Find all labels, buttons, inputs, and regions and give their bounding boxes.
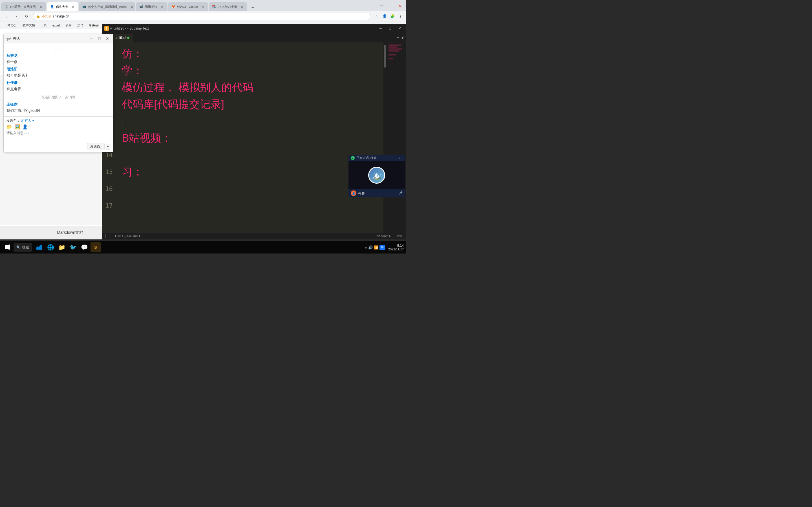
- tray-volume-icon[interactable]: 📶: [374, 245, 378, 249]
- chat-minimize-button[interactable]: ─: [89, 36, 94, 41]
- tab-favicon-tencent: 📹: [139, 5, 143, 9]
- forward-button[interactable]: ›: [12, 12, 20, 20]
- tab-close-tencent[interactable]: ✕: [160, 5, 164, 9]
- tab-close-oa[interactable]: ✕: [39, 5, 43, 9]
- vertical-scrollbar[interactable]: [384, 42, 386, 233]
- lock-label: 不安全: [42, 14, 51, 18]
- chat-send-button[interactable]: 发送(S): [87, 143, 105, 150]
- bookmark-project[interactable]: 项目: [63, 22, 74, 28]
- tencent-mic2-icon[interactable]: 🎤: [398, 191, 403, 195]
- nav-markdown[interactable]: Markdown文档: [51, 229, 89, 236]
- tab-bili[interactable]: 📺 的个人空间_哔哩哔哩_Bilibili ✕: [79, 2, 135, 11]
- tab-tencent[interactable]: 📹 腾讯会议 ✕: [136, 2, 167, 11]
- bookmark-github[interactable]: GitHub: [87, 23, 101, 27]
- code-area[interactable]: 仿： 学： 模仿过程， 模拟别人的代码 代码库[代码提交记录] B站视频： 习：: [116, 42, 384, 233]
- sublime-tab-untitled[interactable]: untitled: [111, 34, 134, 42]
- chat-msg-3: 有点电音: [6, 87, 110, 92]
- chat-content: · · · · 马乘龙 有一点 段浩阳 那可能是我卡 孙佳豪 有点电音 段浩阳撤…: [4, 43, 113, 116]
- tencent-meeting-top: 🎤 正在讲话: 稀客; ‹ ›: [349, 155, 405, 161]
- status-tab-size[interactable]: Tab Size: 4: [375, 234, 390, 238]
- tab-close-gitlab[interactable]: ✕: [201, 5, 205, 9]
- tab-close-2214[interactable]: ✕: [240, 5, 244, 9]
- tencent-speaking-text: 正在讲话: 稀客;: [356, 156, 377, 160]
- bookmark-tools[interactable]: 工具: [38, 22, 49, 28]
- taskbar-app-wechat[interactable]: 💬: [79, 242, 89, 252]
- tab-oa[interactable]: 🏢 OA系统 - 在线签到 ✕: [1, 2, 46, 11]
- taskbar-search-box[interactable]: 🔍 搜索: [13, 243, 32, 252]
- code-line-15: 习：: [122, 163, 378, 180]
- browser-menu-icon[interactable]: ⋮: [397, 13, 404, 20]
- sublime-statusbar: Line 12, Column 1 Tab Size: 4 Java: [102, 233, 406, 239]
- chat-close-button[interactable]: ✕: [105, 36, 110, 41]
- sublime-new-tab-button[interactable]: ＋: [396, 35, 400, 41]
- chat-name-malonglong: 马乘龙: [6, 53, 110, 58]
- taskbar-pinned-apps: 🌐 📁 🐦 💬 S: [34, 242, 101, 252]
- tab-xike[interactable]: 👤 稀客大大 ✕: [47, 2, 79, 11]
- chat-input-field[interactable]: [6, 131, 110, 141]
- sublime-tab-list-button[interactable]: ▾: [402, 35, 404, 40]
- maximize-button[interactable]: □: [387, 2, 395, 10]
- windows-logo-icon: [4, 244, 11, 251]
- close-button[interactable]: ✕: [396, 2, 404, 10]
- sublime-close-button[interactable]: ✕: [396, 25, 404, 31]
- chat-name-duanhaoyang: 段浩阳: [6, 67, 110, 72]
- extensions-icon[interactable]: 🧩: [389, 13, 396, 20]
- taskbar-app-sublime[interactable]: S: [91, 242, 101, 252]
- refresh-button[interactable]: ↻: [22, 12, 31, 20]
- tab-bar: 🏢 OA系统 - 在线签到 ✕ 👤 稀客大大 ✕ 📺 的个人空间_哔哩哔哩_Bi…: [0, 0, 375, 11]
- chat-file-button[interactable]: 📁: [6, 124, 12, 129]
- tab-2214[interactable]: 📚 2214学习小组 ✕: [209, 2, 247, 11]
- bookmark-heima[interactable]: 黑马: [75, 22, 86, 28]
- tencent-control-icons: 🎤: [398, 191, 403, 195]
- tab-close-bili[interactable]: ✕: [130, 5, 134, 9]
- chat-send-target[interactable]: 所有人: [21, 118, 31, 123]
- taskbar-app-chrome[interactable]: 🌐: [45, 242, 56, 252]
- chat-maximize-button[interactable]: □: [97, 36, 102, 41]
- taskbar-app-feishu[interactable]: 🐦: [68, 242, 78, 252]
- tab-label-xike: 稀客大大: [56, 5, 68, 9]
- sublime-menu-icon[interactable]: ≡: [110, 26, 112, 31]
- tray-network-icon[interactable]: 🔊: [368, 245, 373, 249]
- chat-msg-2: 那可能是我卡: [6, 73, 110, 78]
- bookmark-icon[interactable]: ☆: [373, 13, 380, 20]
- tencent-nav-right[interactable]: ›: [402, 156, 403, 160]
- status-language[interactable]: Java: [396, 234, 403, 238]
- bookmark-jiaoxue[interactable]: 教学文档: [20, 22, 37, 28]
- tray-expand-icon[interactable]: ∧: [365, 245, 367, 249]
- sublime-app-icon: S: [104, 26, 109, 31]
- chat-image-button[interactable]: 🖼️: [14, 124, 20, 129]
- minimize-button[interactable]: ─: [378, 2, 386, 10]
- bookmark-excel[interactable]: excel: [50, 23, 62, 27]
- lock-icon: 🔒: [36, 14, 40, 18]
- profile-icon[interactable]: 👤: [381, 13, 388, 20]
- tencent-mic-icon[interactable]: 🎤: [351, 156, 355, 160]
- chat-send-target-dropdown[interactable]: ▾: [33, 119, 34, 122]
- minimap[interactable]: [386, 42, 406, 233]
- text-cursor: [122, 115, 122, 127]
- tencent-nav-left[interactable]: ‹: [399, 156, 400, 160]
- bookmark-qianfeng[interactable]: 千峰办公: [2, 22, 19, 28]
- line-num-16: 16: [102, 180, 116, 197]
- start-button[interactable]: [2, 242, 12, 252]
- tab-close-xike[interactable]: ✕: [71, 5, 75, 9]
- sublime-tab-actions: ＋ ▾: [134, 35, 404, 42]
- taskbar-app-explorer[interactable]: 📁: [57, 242, 67, 252]
- scrollbar-thumb[interactable]: [384, 45, 386, 68]
- tab-gitlab[interactable]: 🦊 仪表板 · GitLab ✕: [168, 2, 208, 11]
- chat-user-button[interactable]: 👤: [22, 124, 28, 129]
- chat-window: 💬 聊天 ─ □ ✕ · · · · 马乘龙 有一点 段浩阳 那可能是我卡 孙佳…: [3, 34, 113, 152]
- address-bar-row: ‹ › ↻ 🔒 不安全 i.heyige.cn ☆ 👤 🧩 ⋮: [0, 11, 406, 21]
- address-bar[interactable]: 🔒 不安全 i.heyige.cn: [33, 13, 371, 20]
- sublime-minimize-button[interactable]: ─: [377, 25, 385, 31]
- new-tab-button[interactable]: ＋: [249, 3, 257, 11]
- status-line-col[interactable]: Line 12, Column 1: [115, 234, 140, 238]
- taskbar-clock[interactable]: 9:14 2022/11/17: [388, 244, 404, 251]
- chat-input-area: 发送至： 所有人 ▾ 📁 🖼️ 👤 发送(S) ▾: [4, 116, 113, 152]
- taskbar-app-vscode[interactable]: [34, 242, 44, 252]
- tab-favicon-xike: 👤: [50, 5, 54, 9]
- chat-send-dropdown-button[interactable]: ▾: [106, 144, 110, 150]
- chat-system-recall: 段浩阳撤回了一条消息: [6, 95, 110, 100]
- back-button[interactable]: ‹: [2, 12, 10, 20]
- sublime-maximize-button[interactable]: □: [386, 25, 394, 31]
- tray-input-method[interactable]: 中: [379, 245, 385, 250]
